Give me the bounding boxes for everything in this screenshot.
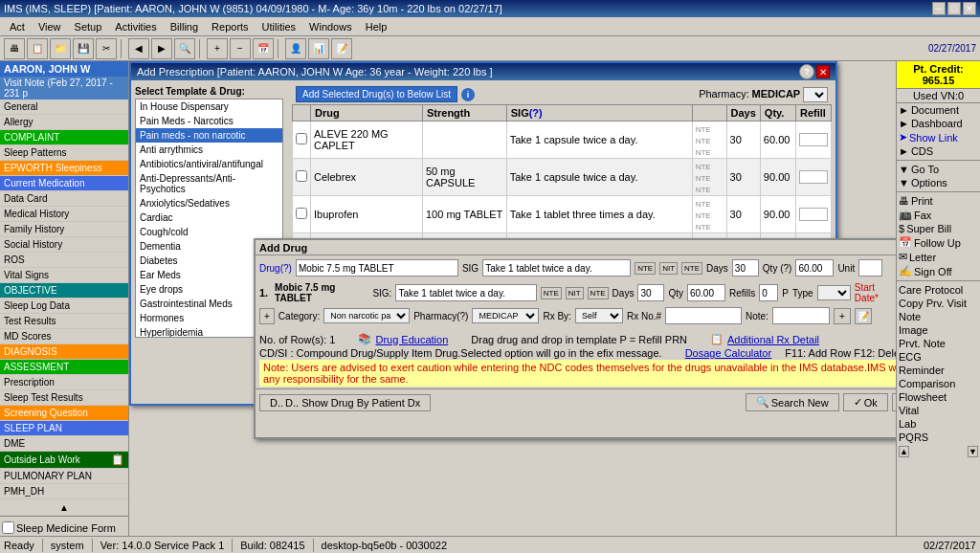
drug-checkbox-1[interactable] <box>296 170 307 182</box>
right-item-lab[interactable]: Lab <box>897 417 980 431</box>
col-refill[interactable]: Refill <box>795 105 831 122</box>
right-item-goto[interactable]: ▼ Go To <box>897 163 980 176</box>
row-days-input[interactable] <box>637 284 664 301</box>
right-item-vital[interactable]: Vital <box>897 404 980 417</box>
col-strength[interactable]: Strength <box>423 105 507 122</box>
template-cough-cold[interactable]: Cough/cold <box>136 225 282 239</box>
dosage-calc-link[interactable]: Dosage Calculator <box>685 347 772 359</box>
sidebar-item-assessment[interactable]: ASSESSMENT <box>0 360 128 375</box>
toolbar-btn-9[interactable]: + <box>207 38 228 59</box>
add-category-btn[interactable]: + <box>259 308 275 324</box>
sidebar-item-current-med[interactable]: Current Medication <box>0 176 128 191</box>
category-select[interactable]: Non narcotic pa <box>323 308 410 323</box>
right-item-letter[interactable]: ✉ Letter <box>897 250 980 264</box>
col-qty[interactable]: Qty. <box>760 105 795 122</box>
right-item-prvtnote[interactable]: Prvt. Note <box>897 337 980 350</box>
sidebar-item-sleep-log[interactable]: Sleep Log Data <box>0 299 128 314</box>
right-item-careprotocol[interactable]: Care Protocol <box>897 283 980 297</box>
template-antibiotics[interactable]: Antibiotics/antiviral/antifungal <box>136 157 282 171</box>
menu-view[interactable]: View <box>33 19 67 34</box>
right-item-comparison[interactable]: Comparison <box>897 377 980 390</box>
toolbar-btn-5[interactable]: ✂ <box>96 38 117 59</box>
sidebar-item-pmh-dh[interactable]: PMH_DH <box>0 484 128 499</box>
qty-label[interactable]: Qty (?) <box>763 263 792 274</box>
right-item-pqrs[interactable]: PQRS <box>897 431 980 444</box>
drug-education-link[interactable]: Drug Education <box>375 334 448 345</box>
note-cat-input[interactable] <box>772 307 830 324</box>
menu-act[interactable]: Act <box>4 19 31 34</box>
right-item-copyprv[interactable]: Copy Prv. Visit <box>897 297 980 310</box>
right-item-image[interactable]: Image <box>897 323 980 337</box>
right-item-followup[interactable]: 📅 Follow Up <box>897 235 980 250</box>
toolbar-btn-8[interactable]: 🔍 <box>174 38 195 59</box>
sidebar-item-md-scores[interactable]: MD Scores <box>0 329 128 344</box>
drug-field-label[interactable]: Drug(?) <box>259 263 292 274</box>
right-item-dashboard[interactable]: ► Dashboard <box>897 117 980 130</box>
toolbar-btn-3[interactable]: 📁 <box>50 38 71 59</box>
sidebar-item-complaint[interactable]: COMPLAINT <box>0 130 128 145</box>
menu-help[interactable]: Help <box>360 19 393 34</box>
right-item-ecg[interactable]: ECG <box>897 350 980 364</box>
template-pain-narcotics[interactable]: Pain Meds - Narcotics <box>136 114 282 128</box>
template-in-house[interactable]: In House Dispensary <box>136 100 282 114</box>
toolbar-btn-4[interactable]: 💾 <box>73 38 94 59</box>
sidebar-item-sleep-patterns[interactable]: Sleep Patterns <box>0 145 128 161</box>
drug-refill-2[interactable] <box>799 208 828 221</box>
sidebar-item-general[interactable]: General <box>0 100 128 115</box>
sidebar-item-epworth[interactable]: EPWORTH Sleepiness <box>0 161 128 176</box>
maximize-btn[interactable]: □ <box>947 2 961 15</box>
unit-input[interactable] <box>858 259 882 276</box>
sidebar-item-outside-lab[interactable]: Outside Lab Work 📋 <box>0 452 128 469</box>
sig-nit-btn[interactable]: NIT <box>659 262 678 275</box>
sidebar-item-dme[interactable]: DME <box>0 436 128 452</box>
right-nav-arrows[interactable]: ▲ ▼ <box>897 444 980 459</box>
close-btn[interactable]: ✕ <box>963 2 976 15</box>
right-item-signoff[interactable]: ✍ Sign Off <box>897 264 980 278</box>
add-prescription-close-btn[interactable]: ✕ <box>816 65 830 78</box>
sidebar-item-allergy[interactable]: Allergy <box>0 115 128 130</box>
toolbar-btn-12[interactable]: 👤 <box>285 38 306 59</box>
row-nte2-btn[interactable]: NTE <box>588 287 609 299</box>
right-down-arrow[interactable]: ▼ <box>968 446 978 457</box>
sidebar-item-medical-history[interactable]: Medical History <box>0 207 128 222</box>
toolbar-btn-2[interactable]: 📋 <box>27 38 48 59</box>
menu-utilities[interactable]: Utilities <box>256 19 301 34</box>
toolbar-btn-11[interactable]: 📅 <box>253 38 274 59</box>
sidebar-item-social-history[interactable]: Social History <box>0 237 128 253</box>
menu-reports[interactable]: Reports <box>206 19 255 34</box>
drug-input[interactable] <box>296 259 458 276</box>
col-sig[interactable]: SIG(?) <box>506 105 692 122</box>
row-nit-btn[interactable]: NIT <box>566 287 584 299</box>
sidebar-form-sleep[interactable]: Sleep Medicine Form <box>2 520 126 535</box>
cancel-btn[interactable]: ✕ Cancel <box>892 393 896 411</box>
sidebar-item-data-card[interactable]: Data Card <box>0 191 128 207</box>
right-item-document[interactable]: ► Document <box>897 103 980 117</box>
sidebar-item-family-history[interactable]: Family History <box>0 222 128 237</box>
toolbar-btn-1[interactable]: 🖶 <box>4 38 25 59</box>
sig-row-input[interactable] <box>395 284 536 301</box>
right-item-options[interactable]: ▼ Options <box>897 176 980 189</box>
days-input[interactable] <box>732 259 759 276</box>
sidebar-item-up-arrow[interactable]: ▲ <box>0 500 128 516</box>
show-drug-btn[interactable]: D.. D.. Show Drug By Patient Dx <box>259 394 431 411</box>
right-item-showlink[interactable]: ➤ Show Link <box>897 130 980 144</box>
template-cardiac[interactable]: Cardiac <box>136 210 282 225</box>
template-pain-non-narcotic[interactable]: Pain meds - non narcotic <box>136 128 282 143</box>
col-drug[interactable]: Drug <box>311 105 423 122</box>
toolbar-btn-6[interactable]: ◀ <box>128 38 149 59</box>
col-days[interactable]: Days <box>726 105 760 122</box>
sidebar-item-prescription[interactable]: Prescription <box>0 375 128 390</box>
drug-refill-1[interactable] <box>799 170 828 184</box>
right-item-note[interactable]: Note <box>897 310 980 323</box>
additional-rx-link[interactable]: Additional Rx Detail <box>727 334 819 345</box>
search-new-btn[interactable]: 🔍 Search New <box>746 393 839 411</box>
sidebar-item-sleep-test[interactable]: Sleep Test Results <box>0 390 128 406</box>
menu-windows[interactable]: Windows <box>303 19 358 34</box>
sidebar-item-test-results[interactable]: Test Results <box>0 314 128 329</box>
menu-setup[interactable]: Setup <box>69 19 108 34</box>
row-qty-input[interactable] <box>687 284 725 301</box>
qty-input[interactable] <box>795 259 834 276</box>
sidebar-item-objective[interactable]: OBJECTIVE <box>0 283 128 299</box>
sidebar-item-ros[interactable]: ROS <box>0 253 128 268</box>
row-nte-btn[interactable]: NTE <box>541 287 562 299</box>
